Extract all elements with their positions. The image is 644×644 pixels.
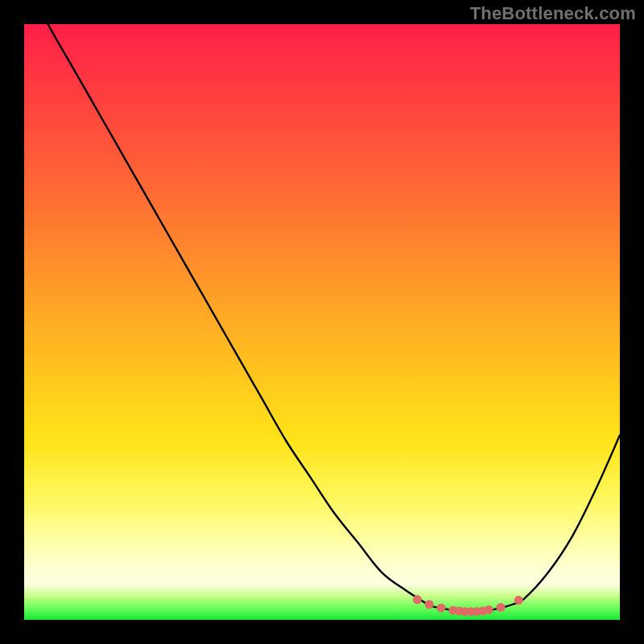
curve-marker	[425, 600, 434, 609]
curve-marker	[437, 604, 446, 613]
chart-stage: TheBottleneck.com	[0, 0, 644, 644]
curve-marker	[497, 603, 506, 612]
plot-area	[24, 24, 620, 620]
bottleneck-curve	[24, 24, 620, 612]
curve-marker	[514, 596, 523, 605]
curve-svg	[24, 24, 620, 620]
curve-marker	[485, 605, 493, 614]
watermark-text: TheBottleneck.com	[470, 3, 636, 24]
curve-marker	[413, 595, 422, 604]
